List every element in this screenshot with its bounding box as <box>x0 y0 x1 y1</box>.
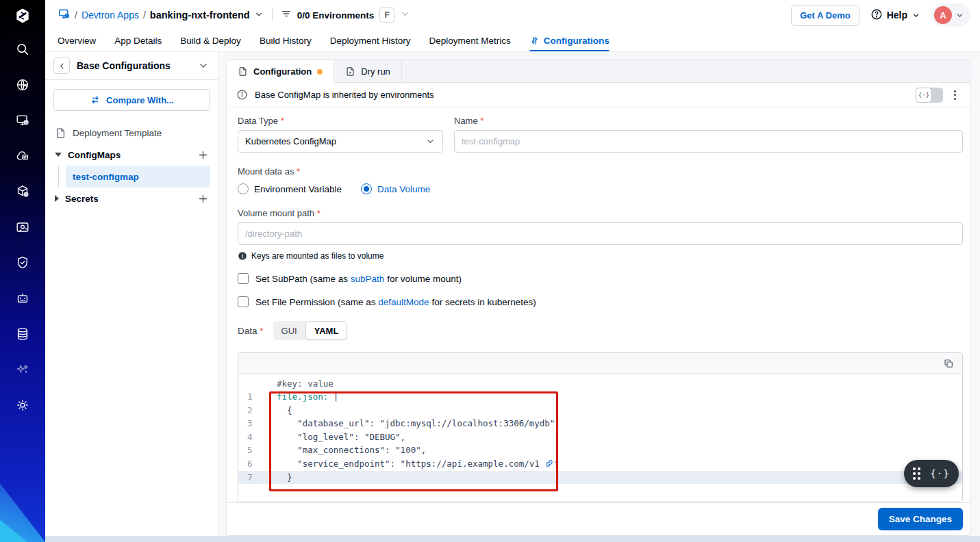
volume-note: Keys are mounted as files to volume <box>238 251 963 261</box>
editor-body[interactable]: #key: value 1 file.json: | 2 { <box>238 374 962 502</box>
checkbox-icon[interactable] <box>238 273 249 284</box>
info-circle-icon <box>236 89 248 101</box>
kebab-icon[interactable] <box>950 88 960 103</box>
radio-environment-variable[interactable]: Environment Variable <box>238 183 342 194</box>
app-switcher-chevron-down-icon[interactable] <box>254 10 264 21</box>
code-line: 6 "service_endpoint": "https://api.examp… <box>238 457 962 471</box>
filter-lines-icon <box>281 8 292 22</box>
name-field[interactable] <box>454 130 963 153</box>
tab-dry-run[interactable]: Dry run <box>334 60 402 82</box>
tab-deployment-metrics[interactable]: Deployment Metrics <box>429 30 510 51</box>
tab-configuration[interactable]: Configuration <box>227 60 334 83</box>
editor-quick-actions[interactable]: {·} <box>904 460 959 487</box>
tree-group-secrets[interactable]: Secrets <box>53 188 210 209</box>
security-icon[interactable] <box>0 245 45 281</box>
yaml-editor[interactable]: #key: value 1 file.json: | 2 { <box>238 352 963 502</box>
config-sidebar-title: Base Configurations <box>77 60 191 71</box>
environment-selector[interactable]: 0/0 Environments F <box>281 8 411 23</box>
breadcrumb-app-group-link[interactable]: Devtron Apps <box>81 10 139 21</box>
global-config-icon[interactable] <box>0 67 45 103</box>
collapse-chevron-down-icon[interactable] <box>198 60 209 71</box>
compare-with-button[interactable]: Compare With... <box>53 89 210 111</box>
data-type-select[interactable]: Kubernetes ConfigMap <box>238 130 443 153</box>
line-number: 4 <box>238 430 268 444</box>
caret-down-icon <box>55 153 62 157</box>
config-sidebar: Base Configurations Compare With... Depl… <box>45 52 219 542</box>
tree-item-test-configmap[interactable]: test-configmap <box>66 166 210 188</box>
subpath-doc-link[interactable]: subPath <box>351 274 385 284</box>
tab-app-details[interactable]: App Details <box>114 30 162 51</box>
link-icon[interactable] <box>545 459 553 467</box>
code-braces-icon[interactable]: {·} <box>930 468 949 479</box>
radio-data-volume[interactable]: Data Volume <box>361 183 430 194</box>
card-tab-bar: Configuration Dry run <box>227 60 970 83</box>
caret-right-icon <box>55 195 59 202</box>
avatar: A <box>934 6 952 24</box>
header-divider <box>272 9 273 21</box>
save-changes-button[interactable]: Save Changes <box>878 508 963 530</box>
jobs-icon[interactable] <box>0 138 45 174</box>
tree-item-deployment-template[interactable]: Deployment Template <box>53 122 210 144</box>
user-chevron-down-icon <box>955 11 964 20</box>
configmap-form: Data Type * Kubernetes ConfigMap Name * <box>227 107 970 502</box>
defaultmode-doc-link[interactable]: defaultMode <box>378 297 429 307</box>
tab-build-deploy[interactable]: Build & Deploy <box>180 30 241 51</box>
mode-gui-button[interactable]: GUI <box>273 321 305 340</box>
sparkles-icon[interactable] <box>0 352 45 387</box>
select-chevron-down-icon <box>425 136 436 146</box>
configuration-card: Configuration Dry run Base ConfigMap is … <box>226 60 970 536</box>
tab-build-history[interactable]: Build History <box>260 30 312 51</box>
environments-chevron-down-icon[interactable] <box>400 9 410 22</box>
bot-icon[interactable] <box>0 281 45 316</box>
line-number: 6 <box>238 457 268 471</box>
devtron-logo-icon[interactable] <box>0 0 45 31</box>
get-a-demo-button[interactable]: Get A Demo <box>791 5 859 26</box>
drag-dots-icon[interactable] <box>913 467 920 480</box>
header-right-cluster: Get A Demo Help A <box>791 3 970 27</box>
copy-icon[interactable] <box>943 358 954 369</box>
code-braces-icon: {·} <box>916 88 932 103</box>
app-nav-tabs: Overview App Details Build & Deploy Buil… <box>45 30 980 52</box>
file-icon <box>238 66 248 77</box>
file-icon <box>55 127 66 139</box>
back-button[interactable] <box>53 57 70 74</box>
card-footer: Save Changes <box>227 502 970 535</box>
top-header: / Devtron Apps / banking-nxt-frontend 0/… <box>45 0 980 30</box>
configmaps-children: test-configmap <box>53 166 210 188</box>
devtron-apps-icon[interactable] <box>0 103 45 138</box>
unsaved-changes-dot <box>317 69 323 75</box>
inherit-info-banner: Base ConfigMap is inherited by environme… <box>227 83 970 107</box>
settings-gear-icon[interactable] <box>0 387 45 423</box>
search-icon[interactable] <box>0 31 45 67</box>
code-line-active: 7 } <box>238 471 962 485</box>
volume-mount-path-field[interactable] <box>238 222 963 245</box>
line-number: 1 <box>238 390 268 404</box>
helm-apps-icon[interactable] <box>0 174 45 209</box>
add-secret-button[interactable] <box>197 193 209 205</box>
mode-yaml-button[interactable]: YAML <box>305 321 348 340</box>
line-number: 5 <box>238 443 268 457</box>
mount-data-as-label: Mount data as * <box>238 166 963 177</box>
data-mode-switcher: GUI YAML <box>273 321 348 340</box>
file-permission-checkbox-row[interactable]: Set File Permission (same as defaultMode… <box>238 296 963 307</box>
code-line: 3 "database_url": "jdbc:mysql://localhos… <box>238 417 962 430</box>
plus-icon <box>197 149 209 161</box>
add-configmap-button[interactable] <box>197 149 209 161</box>
clusters-icon[interactable] <box>0 316 45 352</box>
user-menu[interactable]: A <box>931 3 970 27</box>
editor-toolbar <box>238 353 962 374</box>
breadcrumb-slash: / <box>143 10 146 21</box>
tab-overview[interactable]: Overview <box>58 30 96 51</box>
tab-deployment-history[interactable]: Deployment History <box>330 30 411 51</box>
breadcrumb-slash: / <box>75 10 77 21</box>
file-permission-checkbox-label: Set File Permission (same as defaultMode… <box>255 297 536 307</box>
tree-group-configmaps[interactable]: ConfigMaps <box>53 144 210 166</box>
tab-configurations[interactable]: Configurations <box>529 30 610 51</box>
help-menu[interactable]: Help <box>870 8 920 23</box>
radio-selected-icon <box>361 183 372 194</box>
subpath-checkbox-row[interactable]: Set SubPath (same as subPath for volume … <box>238 273 963 284</box>
checkbox-icon[interactable] <box>238 296 249 307</box>
resource-browser-icon[interactable] <box>0 209 45 245</box>
data-mode-row: Data * GUI YAML <box>238 321 963 340</box>
code-editor-toggle[interactable]: {·} <box>916 88 943 103</box>
